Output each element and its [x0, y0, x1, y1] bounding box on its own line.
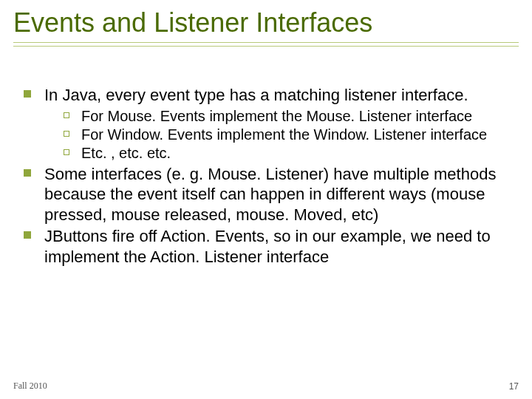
square-bullet-icon — [24, 169, 31, 177]
sub-bullet-list: For Mouse. Events implement the Mouse. L… — [44, 107, 514, 163]
square-bullet-icon — [24, 231, 31, 239]
sub-bullet-text: Etc. , etc. etc. — [81, 145, 171, 161]
bullet-text: Some interfaces (e. g. Mouse. Listener) … — [44, 165, 496, 224]
bullet-list: In Java, every event type has a matching… — [18, 85, 514, 267]
bullet-text: JButtons fire off Action. Events, so in … — [44, 227, 491, 266]
square-outline-bullet-icon — [64, 112, 69, 118]
square-bullet-icon — [24, 90, 31, 98]
list-item: For Window. Events implement the Window.… — [61, 126, 514, 144]
square-outline-bullet-icon — [64, 149, 69, 155]
list-item: JButtons fire off Action. Events, so in … — [18, 226, 514, 267]
footer-date: Fall 2010 — [13, 381, 47, 392]
page-number: 17 — [509, 381, 519, 392]
page-title: Events and Listener Interfaces — [13, 7, 519, 38]
list-item: For Mouse. Events implement the Mouse. L… — [61, 107, 514, 126]
list-item: Etc. , etc. etc. — [61, 144, 514, 163]
title-underline — [13, 42, 519, 48]
list-item: In Java, every event type has a matching… — [18, 85, 514, 163]
list-item: Some interfaces (e. g. Mouse. Listener) … — [18, 164, 514, 225]
sub-bullet-text: For Window. Events implement the Window.… — [81, 126, 487, 143]
slide: Events and Listener Interfaces In Java, … — [0, 0, 532, 399]
content-area: In Java, every event type has a matching… — [13, 85, 519, 267]
bullet-text: In Java, every event type has a matching… — [44, 86, 468, 104]
sub-bullet-text: For Mouse. Events implement the Mouse. L… — [81, 108, 472, 124]
square-outline-bullet-icon — [64, 131, 69, 137]
